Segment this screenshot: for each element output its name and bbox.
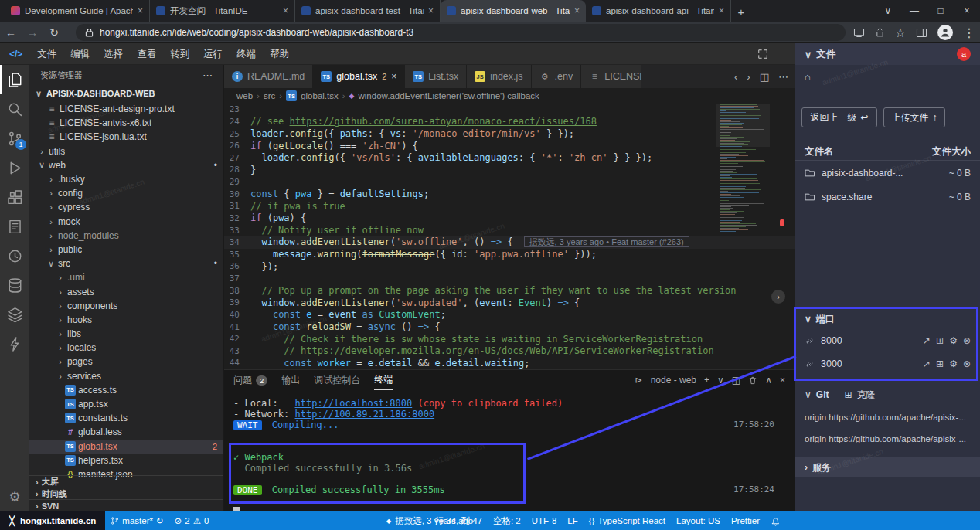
tree-item[interactable]: ›config <box>29 186 223 200</box>
tree-item[interactable]: ›locales <box>29 341 223 355</box>
tree-item[interactable]: ›node_modules <box>29 229 223 243</box>
tree-item[interactable]: ›assets <box>29 284 223 298</box>
settings-gear-icon[interactable]: ⚙ <box>0 489 29 505</box>
fullscreen-icon[interactable] <box>757 49 768 59</box>
code-line[interactable]: 42 // Check if there is sw whose state i… <box>224 333 795 345</box>
tree-item[interactable]: ›pages <box>29 355 223 369</box>
tree-item[interactable]: TSapp.tsx <box>29 397 223 411</box>
project-root[interactable]: ∨ APISIX-DASHBOARD-WEB <box>29 85 223 102</box>
activity-live-share[interactable] <box>0 329 29 358</box>
code-editor[interactable]: 2324// see https://github.com/suren-atoy… <box>224 104 795 369</box>
tab-close-icon[interactable]: × <box>391 71 396 82</box>
code-line[interactable]: 37 <box>224 273 795 285</box>
panel-tab-终端[interactable]: 终端 <box>374 370 393 390</box>
avatar[interactable] <box>937 25 953 40</box>
code-line[interactable]: 34 window.addEventListener('sw.offline',… <box>224 236 795 249</box>
tree-item[interactable]: ›hooks <box>29 313 223 327</box>
tab-close-icon[interactable]: × <box>138 5 143 16</box>
split-terminal-icon[interactable]: ◫ <box>732 375 740 386</box>
encoding[interactable]: UTF-8 <box>532 511 557 530</box>
tree-item[interactable]: TSglobal.tsx2 <box>29 440 223 454</box>
activity-extensions[interactable] <box>0 182 29 212</box>
tree-item[interactable]: ›components <box>29 299 223 313</box>
tab-close-icon[interactable]: × <box>719 5 724 16</box>
new-tab-button[interactable]: + <box>731 2 751 22</box>
git-section-header[interactable]: ∨ Git ⊞ 克隆 <box>795 386 980 403</box>
keyboard-layout[interactable]: Layout: US <box>676 511 720 530</box>
browser-tab[interactable]: apisix-dashboard-test - TitanI× <box>295 0 441 22</box>
tree-item[interactable]: ≡LICENSE-antvis-x6.txt <box>29 116 223 130</box>
menu-item-选择[interactable]: 选择 <box>97 49 130 59</box>
editor-tab-global.tsx[interactable]: TSglobal.tsx2× <box>313 65 405 88</box>
close-window-icon[interactable]: × <box>954 5 980 16</box>
code-line[interactable]: 41 const reloadSW = async () => { <box>224 321 795 333</box>
activity-layers[interactable] <box>0 300 29 329</box>
activity-report[interactable] <box>0 212 29 241</box>
browser-menu-icon[interactable]: ⋮ <box>963 25 975 40</box>
file-row-apisix-dashboard-...[interactable]: apisix-dashboard-...~ 0 B <box>795 161 980 185</box>
browser-tab[interactable]: apisix-dashboard-web - Titan× <box>441 0 586 22</box>
activity-history[interactable] <box>0 241 29 270</box>
editor-tab-List.tsx[interactable]: TSList.tsx <box>405 65 467 88</box>
file-row-space.share[interactable]: space.share~ 0 B <box>795 185 980 209</box>
tab-close-icon[interactable]: × <box>574 5 580 16</box>
git-remote-item[interactable]: origin https://github.com/apache/apisix-… <box>795 428 980 450</box>
git-remote-item[interactable]: origin https://github.com/apache/apisix-… <box>795 406 980 428</box>
split-editor-icon[interactable]: ◫ <box>760 71 769 83</box>
breadcrumb-file[interactable]: global.tsx <box>301 91 339 100</box>
go-up-button[interactable]: 返回上一级 ↩ <box>801 107 877 127</box>
upload-button[interactable]: 上传文件 ↑ <box>883 107 945 127</box>
panel-tab-输出[interactable]: 输出 <box>281 370 300 390</box>
menu-item-文件[interactable]: 文件 <box>30 49 63 59</box>
editor-tab-LICENSE[interactable]: ≡LICENSE <box>581 65 641 88</box>
menu-item-查看[interactable]: 查看 <box>130 49 163 59</box>
maximize-panel-icon[interactable]: ∧ <box>765 375 772 386</box>
code-line[interactable]: 29 <box>224 176 795 189</box>
code-line[interactable]: 36 }); <box>224 260 795 273</box>
tab-close-icon[interactable]: × <box>283 5 288 16</box>
open-in-browser-icon[interactable]: ↗ <box>923 358 931 369</box>
services-section-header[interactable]: › 服务 <box>795 457 980 477</box>
tree-item[interactable]: TSconstants.ts <box>29 411 223 425</box>
code-line[interactable]: 28} <box>224 164 795 176</box>
browser-tab[interactable]: Development Guide | Apache× <box>5 0 150 22</box>
code-line[interactable]: 38 // Pop up a prompt on the page asking… <box>224 284 795 297</box>
code-line[interactable]: 44 const worker = e.detail && e.detail.w… <box>224 357 795 369</box>
reload-icon[interactable]: ↻ <box>43 26 65 39</box>
tree-item[interactable]: ›libs <box>29 327 223 341</box>
code-line[interactable]: 30const { pwa } = defaultSettings; <box>224 188 795 200</box>
tab-close-icon[interactable]: × <box>428 5 434 16</box>
breadcrumb[interactable]: web › src › TS global.tsx › ◆ window.add… <box>224 88 795 104</box>
port-row-3000[interactable]: 3000↗⊞⚙⊗ <box>795 352 980 375</box>
tree-item[interactable]: ›mock <box>29 215 223 229</box>
share-icon[interactable] <box>875 27 885 38</box>
port-settings-icon[interactable]: ⚙ <box>949 335 958 346</box>
branch-indicator[interactable]: master* ↻ <box>105 511 168 530</box>
open-preview-icon[interactable]: ⊞ <box>936 358 944 369</box>
tree-item[interactable]: ≡LICENSE-ant-design-pro.txt <box>29 102 223 116</box>
activity-source-control[interactable]: 1 <box>0 124 29 153</box>
tree-item[interactable]: TShelpers.tsx <box>29 454 223 467</box>
editor-tab-.env[interactable]: ⚙.env <box>532 65 582 88</box>
address-bar[interactable]: hongxi.titanide.cn/ide/web/coding/apisix… <box>76 24 846 41</box>
problems-indicator[interactable]: ⊘ 2 ⚠ 0 <box>169 511 215 530</box>
code-line[interactable]: 33 // Notify user if offline now <box>224 224 795 236</box>
port-row-8000[interactable]: 8000↗⊞⚙⊗ <box>795 329 980 352</box>
terminal-dropdown-icon[interactable]: ∨ <box>717 375 724 386</box>
nav-back-icon[interactable]: ‹ <box>734 71 737 83</box>
code-line[interactable]: 25loader.config({ paths: { vs: '/monaco-… <box>224 127 795 140</box>
code-line[interactable]: 32if (pwa) { <box>224 212 795 225</box>
formatter[interactable]: Prettier <box>731 511 760 530</box>
sidebar-section-SVN[interactable]: ›SVN <box>29 499 223 511</box>
browser-tab[interactable]: 开发空间 - TitanIDE× <box>150 0 295 22</box>
code-line[interactable]: 43 // https://developer.mozilla.org/en-U… <box>224 345 795 358</box>
menu-item-运行[interactable]: 运行 <box>196 49 230 59</box>
tree-item[interactable]: ≡LICENSE-json.lua.txt <box>29 130 223 144</box>
menu-item-终端[interactable]: 终端 <box>230 49 263 59</box>
code-line[interactable]: 35 message.warning(formatMessage({ id: '… <box>224 249 795 261</box>
menu-item-转到[interactable]: 转到 <box>163 49 196 59</box>
tree-item[interactable]: ›public <box>29 243 223 257</box>
editor-tab-index.js[interactable]: JSindex.js <box>467 65 531 88</box>
language-mode[interactable]: {}TypeScript React <box>589 511 665 530</box>
tree-item[interactable]: ›.husky <box>29 172 223 186</box>
